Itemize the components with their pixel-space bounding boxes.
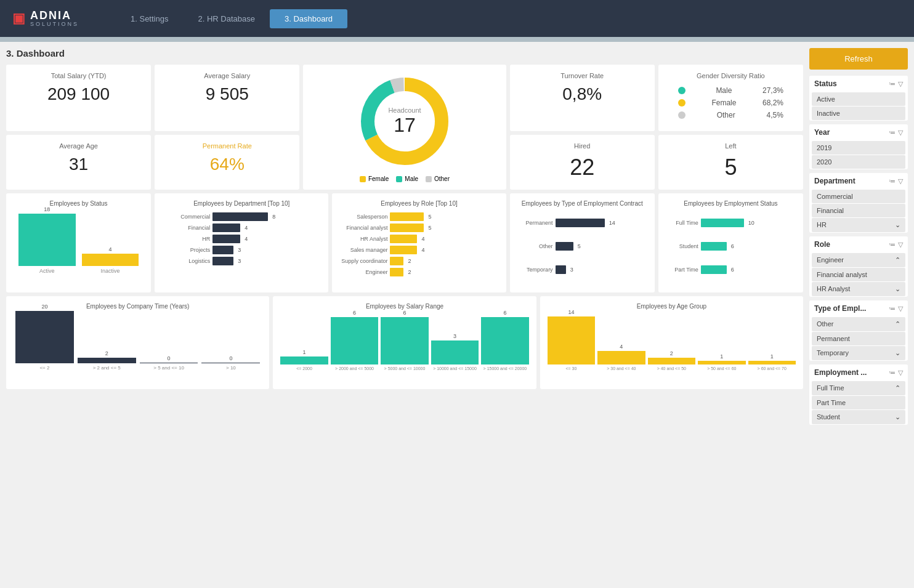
hbar-commercial: Commercial 8 bbox=[161, 212, 322, 221]
scroll-up-icon[interactable]: ⌃ bbox=[895, 256, 900, 264]
filter-emptype-permanent[interactable]: Permanent bbox=[812, 332, 905, 345]
bar-inactive-rect bbox=[82, 254, 139, 266]
filter-status-inactive[interactable]: Inactive bbox=[812, 107, 905, 120]
filter-dept-icons: ≔ ▽ bbox=[889, 177, 903, 185]
page-title: 3. Dashboard bbox=[6, 48, 803, 58]
clear-icon[interactable]: ▽ bbox=[898, 129, 903, 137]
filter-dept-financial[interactable]: Financial bbox=[812, 204, 905, 217]
diversity-dot-other bbox=[678, 111, 686, 119]
filter-dept-commercial[interactable]: Commercial bbox=[812, 190, 905, 203]
sidebar: Refresh Status ≔ ▽ Active Inactive Year … bbox=[809, 48, 908, 429]
filter-empstatus-student[interactable]: Student ⌄ bbox=[812, 410, 905, 424]
kpi-avg-salary: Average Salary 9 505 bbox=[155, 65, 299, 131]
filter-icon[interactable]: ≔ bbox=[889, 177, 896, 185]
chart-by-status: Employees by Status 18 Active 4 Inactive bbox=[6, 193, 151, 292]
legend-female: Female bbox=[360, 175, 389, 182]
chart-by-emp-status: Employees by Employment Status Full Time… bbox=[658, 193, 803, 292]
kpi-diversity: Gender Diversity Ratio Male 27,3% Female… bbox=[658, 65, 803, 131]
hbar-permanent: Permanent 14 bbox=[516, 219, 649, 227]
dashboard-area: 3. Dashboard Total Salary (YTD) 209 100 … bbox=[6, 48, 803, 429]
bar-sal-2k: 1 <= 2000 bbox=[280, 349, 328, 371]
filter-icon[interactable]: ≔ bbox=[889, 129, 896, 137]
bar-comp-gt10: 0 > 10 bbox=[201, 355, 260, 371]
filter-year-header: Year ≔ ▽ bbox=[809, 124, 908, 140]
filter-emptype-temporary[interactable]: Temporary ⌄ bbox=[812, 346, 905, 360]
clear-icon[interactable]: ▽ bbox=[898, 80, 903, 88]
scroll-up-icon[interactable]: ⌃ bbox=[895, 384, 900, 392]
role-hbar-chart: Salesperson 5 Financial analyst 5 HR Ana… bbox=[338, 212, 499, 276]
subheader-bar bbox=[0, 37, 914, 42]
donut-legend: Female Male Other bbox=[360, 175, 450, 182]
filter-icon[interactable]: ≔ bbox=[889, 305, 896, 313]
filter-icon[interactable]: ≔ bbox=[889, 369, 896, 377]
bar-age-60-70: 1 > 60 and <= 70 bbox=[748, 353, 796, 371]
legend-label-female: Female bbox=[368, 175, 389, 182]
filter-dept-header: Department ≔ ▽ bbox=[809, 173, 908, 189]
nav-hr-database[interactable]: 2. HR Database bbox=[183, 9, 270, 28]
headcount-donut-card: Headcount 17 Female Male Othe bbox=[303, 65, 506, 190]
filter-icon[interactable]: ≔ bbox=[889, 241, 896, 249]
filter-icon[interactable]: ≔ bbox=[889, 80, 896, 88]
filter-empstatus-parttime[interactable]: Part Time bbox=[812, 396, 905, 409]
filter-role-hr-analyst[interactable]: HR Analyst ⌄ bbox=[812, 282, 905, 296]
scroll-up-icon[interactable]: ⌃ bbox=[895, 320, 900, 328]
filter-year-icons: ≔ ▽ bbox=[889, 129, 903, 137]
bar-age-50-60: 1 > 50 and <= 60 bbox=[698, 353, 745, 371]
chart-salary-range: Employees by Salary Range 1 <= 2000 6 > … bbox=[273, 296, 536, 389]
filter-year-2020[interactable]: 2020 bbox=[812, 155, 905, 169]
bar-active-rect bbox=[18, 214, 76, 266]
scroll-down-icon[interactable]: ⌄ bbox=[895, 285, 900, 293]
hbar-salesperson: Salesperson 5 bbox=[338, 212, 499, 221]
clear-icon[interactable]: ▽ bbox=[898, 305, 903, 313]
filter-emptype-other[interactable]: Other ⌃ bbox=[812, 317, 905, 331]
donut-center: Headcount 17 bbox=[388, 107, 421, 137]
filter-role-fin-analyst[interactable]: Financial analyst bbox=[812, 268, 905, 281]
logo-icon: ▣ bbox=[12, 10, 25, 26]
filter-emp-type: Type of Empl... ≔ ▽ Other ⌃ Permanent Te… bbox=[809, 300, 908, 361]
legend-label-male: Male bbox=[405, 175, 418, 182]
filter-status-icons: ≔ ▽ bbox=[889, 80, 903, 88]
chart-by-role: Employees by Role [Top 10] Salesperson 5… bbox=[332, 193, 506, 292]
clear-icon[interactable]: ▽ bbox=[898, 177, 903, 185]
filter-year: Year ≔ ▽ 2019 2020 bbox=[809, 124, 908, 169]
diversity-other: Other 4,5% bbox=[666, 109, 796, 121]
chart-age-group: Employees by Age Group 14 <= 30 4 > 30 a… bbox=[540, 296, 803, 389]
refresh-button[interactable]: Refresh bbox=[809, 48, 908, 70]
legend-label-other: Other bbox=[434, 175, 450, 182]
scroll-down-icon[interactable]: ⌄ bbox=[895, 413, 900, 421]
kpi-hired: Hired 22 bbox=[510, 135, 655, 190]
contract-hbar-chart: Permanent 14 Other 5 Temporary 3 bbox=[516, 212, 649, 274]
header: ▣ ADNIA SOLUTIONS 1. Settings 2. HR Data… bbox=[0, 0, 914, 37]
empstatus-hbar-chart: Full Time 10 Student 6 Part Time 6 bbox=[665, 212, 797, 274]
scroll-down-icon[interactable]: ⌄ bbox=[895, 349, 900, 357]
filter-empstatus-header: Employment ... ≔ ▽ bbox=[809, 364, 908, 381]
clear-icon[interactable]: ▽ bbox=[898, 241, 903, 249]
main-container: 3. Dashboard Total Salary (YTD) 209 100 … bbox=[0, 42, 914, 435]
hbar-financial: Financial 4 bbox=[161, 224, 322, 232]
bar-inactive: 4 Inactive bbox=[82, 246, 139, 274]
legend-other: Other bbox=[426, 175, 450, 182]
filter-year-2019[interactable]: 2019 bbox=[812, 141, 905, 155]
nav-dashboard[interactable]: 3. Dashboard bbox=[270, 9, 347, 28]
hbar-hr: HR 4 bbox=[161, 235, 322, 243]
nav-settings[interactable]: 1. Settings bbox=[116, 9, 183, 28]
bar-sal-10-15k: 3 > 10000 and <= 15000 bbox=[431, 333, 479, 371]
kpi-left: Left 5 bbox=[658, 135, 803, 190]
nav-tabs: 1. Settings 2. HR Database 3. Dashboard bbox=[116, 9, 347, 28]
chart-company-time: Employees by Company Time (Years) 20 <= … bbox=[6, 296, 269, 389]
filter-dept-hr[interactable]: HR ⌄ bbox=[812, 218, 905, 232]
hbar-parttime: Part Time 6 bbox=[665, 265, 797, 274]
filter-role-engineer[interactable]: Engineer ⌃ bbox=[812, 253, 905, 267]
legend-dot-other bbox=[426, 176, 432, 182]
filter-role-header: Role ≔ ▽ bbox=[809, 236, 908, 252]
logo-sub: SOLUTIONS bbox=[30, 21, 79, 27]
hbar-other: Other 5 bbox=[516, 242, 649, 251]
filter-department: Department ≔ ▽ Commercial Financial HR ⌄ bbox=[809, 173, 908, 233]
clear-icon[interactable]: ▽ bbox=[898, 369, 903, 377]
filter-status: Status ≔ ▽ Active Inactive bbox=[809, 76, 908, 121]
filter-status-active[interactable]: Active bbox=[812, 92, 905, 106]
filter-emptype-icons: ≔ ▽ bbox=[889, 305, 903, 313]
scroll-down-icon[interactable]: ⌄ bbox=[895, 221, 900, 229]
filter-empstatus-fulltime[interactable]: Full Time ⌃ bbox=[812, 381, 905, 395]
bar-sal-15-20k: 6 > 15000 and <= 20000 bbox=[481, 310, 528, 371]
